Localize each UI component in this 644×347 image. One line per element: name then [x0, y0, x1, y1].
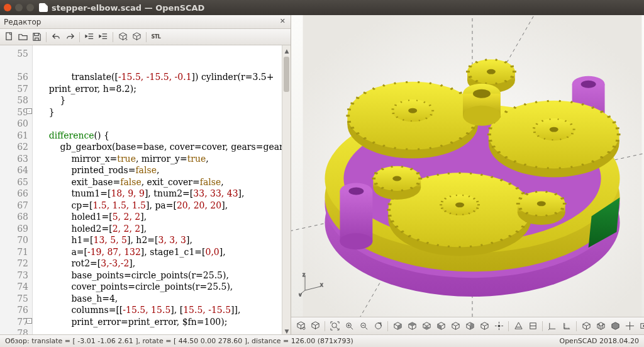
show-edges-icon[interactable]: [579, 319, 593, 333]
render-cube-icon[interactable]: [308, 319, 322, 333]
mini-axis-indicator: z x y: [299, 271, 326, 298]
save-file-icon[interactable]: [30, 31, 43, 43]
editor-scrollbar[interactable]: ▲ ▼: [282, 45, 291, 334]
unindent-icon[interactable]: [83, 31, 96, 43]
window-title: stepper-elbow.scad — OpenSCAD: [52, 3, 204, 13]
editor-toolbar: STL: [0, 29, 291, 45]
code-text[interactable]: translate([-15.5, -15.5, -0.1]) cylinder…: [33, 45, 291, 334]
svg-text:z: z: [303, 272, 305, 278]
svg-text:y: y: [299, 292, 302, 297]
window-titlebar: stepper-elbow.scad — OpenSCAD: [0, 0, 644, 15]
window-close-button[interactable]: [4, 4, 11, 11]
view-left-icon[interactable]: [434, 319, 448, 333]
zoom-fit-icon[interactable]: [328, 319, 341, 333]
render-icon[interactable]: [130, 31, 143, 43]
animate-icon[interactable]: [637, 319, 644, 333]
scroll-down-icon[interactable]: ▼: [282, 326, 291, 334]
viewport-panel: z x y: [291, 15, 644, 334]
preview-cube-icon[interactable]: [294, 319, 308, 333]
svg-line-64: [365, 327, 367, 329]
window-minimize-button[interactable]: [15, 4, 23, 11]
view-bottom-icon[interactable]: [419, 319, 433, 333]
crosshair-icon[interactable]: [623, 319, 636, 333]
line-number-gutter: 5556575859-60616263646566676869707172737…: [0, 45, 33, 334]
new-file-icon[interactable]: [3, 31, 15, 43]
svg-point-67: [497, 325, 500, 327]
window-controls: [4, 4, 34, 11]
orthographic-icon[interactable]: [526, 319, 540, 333]
zoom-out-icon[interactable]: [357, 319, 370, 333]
editor-header-label: Редактор: [4, 18, 41, 26]
view-diagonal-icon[interactable]: [477, 319, 491, 333]
svg-line-52: [305, 287, 320, 290]
view-right-icon[interactable]: [391, 319, 404, 333]
document-icon: [39, 3, 48, 12]
zoom-in-icon[interactable]: [342, 319, 356, 333]
editor-header: Редактор ✕: [0, 15, 291, 29]
svg-point-57: [332, 323, 337, 328]
editor-close-button[interactable]: ✕: [278, 17, 287, 26]
svg-text:x: x: [320, 282, 323, 288]
reset-view-icon[interactable]: [371, 319, 385, 333]
scroll-up-icon[interactable]: ▲: [282, 45, 291, 54]
svg-line-60: [350, 327, 353, 329]
undo-icon[interactable]: [50, 31, 62, 43]
status-left: Обзор: translate = [ -3.01 -1.06 2.61 ],…: [5, 337, 353, 345]
axes-toggle-icon[interactable]: [545, 319, 559, 333]
scale-markers-icon[interactable]: [560, 319, 574, 333]
scrollbar-thumb[interactable]: [284, 57, 289, 92]
view-top-icon[interactable]: [405, 319, 419, 333]
export-stl-icon[interactable]: STL: [150, 31, 162, 43]
window-maximize-button[interactable]: [26, 4, 34, 11]
3d-viewport[interactable]: z x y: [291, 15, 644, 317]
svg-rect-0: [6, 33, 11, 40]
preview-icon[interactable]: [116, 31, 129, 43]
view-back-icon[interactable]: [463, 319, 477, 333]
perspective-icon[interactable]: [511, 319, 525, 333]
editor-panel: Редактор ✕ STL 5556575859-60616263646566…: [0, 15, 291, 334]
svg-line-58: [336, 327, 338, 329]
view-front-icon[interactable]: [448, 319, 462, 333]
view-center-icon[interactable]: [492, 319, 506, 333]
wireframe-icon[interactable]: [594, 319, 608, 333]
redo-icon[interactable]: [64, 31, 76, 43]
status-bar: Обзор: translate = [ -3.01 -1.06 2.61 ],…: [0, 334, 644, 347]
ortho-indicator-icon: [291, 20, 597, 317]
indent-icon[interactable]: [97, 31, 109, 43]
status-right: OpenSCAD 2018.04.20: [559, 337, 639, 345]
code-editor[interactable]: 5556575859-60616263646566676869707172737…: [0, 45, 291, 334]
surface-icon[interactable]: [608, 319, 622, 333]
open-file-icon[interactable]: [16, 31, 29, 43]
viewport-toolbar: [291, 317, 644, 334]
